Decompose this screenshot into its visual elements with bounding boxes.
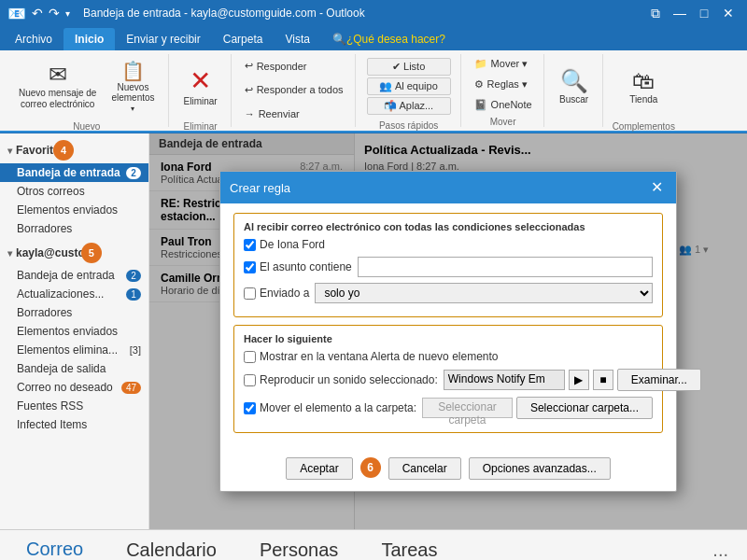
spam-badge: 47 (121, 382, 141, 394)
pasos-item2[interactable]: 👥 Al equipo (367, 77, 451, 95)
accept-button[interactable]: Aceptar (286, 457, 352, 480)
sidebar-header-kayla[interactable]: ▾ kayla@custo... 5 (0, 240, 148, 266)
tab-carpeta[interactable]: Carpeta (212, 28, 275, 50)
sidebar-header-favoritos[interactable]: ▾ Favoritos 4 (0, 137, 148, 163)
sound-name: Windows Notify Em (444, 370, 565, 390)
new-items-icon: 📋 (121, 62, 145, 80)
action-1-label: Mostrar en la ventana Alerta de nuevo el… (244, 350, 499, 363)
rss-label: Fuentes RSS (17, 399, 83, 413)
tab-archivo[interactable]: Archivo (4, 28, 63, 50)
sidebar-item-otros[interactable]: Otros correos (0, 182, 148, 201)
pasos-label: Pasos rápidos (379, 119, 438, 131)
restore-button[interactable]: ⧉ (644, 4, 667, 22)
action-2-label: Reproducir un sonido seleccionado: (244, 373, 438, 386)
nav-correo[interactable]: Correo (19, 535, 91, 560)
condition-3-checkbox[interactable] (244, 287, 256, 300)
nav-calendario[interactable]: Calendario (119, 536, 224, 560)
condition-row-3: Enviado a solo yo (244, 283, 653, 303)
sidebar-section-kayla: ▾ kayla@custo... 5 Bandeja de entrada 2 … (0, 240, 148, 434)
pasos-content: ✔ Listo 👥 Al equipo 📬 Aplaz... (365, 54, 453, 119)
nav-tareas[interactable]: Tareas (374, 536, 444, 560)
bandeja2-label: Bandeja de entrada (17, 269, 115, 282)
sidebar-item-rss[interactable]: Fuentes RSS (0, 397, 148, 415)
stop-button[interactable]: ■ (593, 370, 613, 390)
new-email-icon: ✉ (49, 63, 67, 86)
search-button[interactable]: 🔍 Buscar (554, 56, 595, 118)
sidebar-item-borradores2[interactable]: Borradores (0, 303, 148, 322)
ribbon-group-buscar: 🔍 Buscar (546, 54, 603, 127)
action-2-checkbox[interactable] (244, 374, 256, 386)
main-area: ▾ Favoritos 4 Bandeja de entrada 2 Otros… (0, 133, 747, 529)
maximize-button[interactable]: □ (693, 4, 715, 22)
sidebar-item-borradores[interactable]: Borradores (0, 219, 148, 238)
condition-3-label: Enviado a (244, 287, 309, 300)
step-indicator-4: 4 (53, 140, 74, 161)
enviado-select[interactable]: solo yo (315, 283, 653, 303)
sidebar-item-eliminados[interactable]: Elementos elimina... [3] (0, 341, 148, 359)
buscar-content: 🔍 Buscar (554, 54, 595, 127)
sidebar-item-actualizaciones[interactable]: Actualizaciones... 1 (0, 285, 148, 303)
ribbon: Archivo Inicio Enviar y recibir Carpeta … (0, 26, 747, 133)
ribbon-group-pasos: ✔ Listo 👥 Al equipo 📬 Aplaz... Pasos ráp… (358, 54, 461, 127)
conditions-section: Al recibir correo electrónico con todas … (233, 213, 663, 317)
pasos-item1[interactable]: ✔ Listo (367, 58, 451, 76)
tab-search[interactable]: 🔍 ¿Qué desea hacer? (321, 28, 457, 50)
pasos-item3[interactable]: 📬 Aplaz... (367, 97, 451, 115)
forward-button[interactable]: → Reenviar (241, 106, 303, 121)
sidebar-item-salida[interactable]: Bandeja de salida (0, 359, 148, 378)
action-3-checkbox[interactable] (244, 402, 256, 414)
folder-name-button[interactable]: Seleccionar carpeta (422, 398, 513, 418)
mover-label: Mover (490, 115, 516, 127)
dialog-close-button[interactable]: ✕ (646, 177, 667, 198)
asunto-input[interactable]: Política Actualizada (358, 257, 653, 277)
create-rule-dialog: Crear regla ✕ Al recibir correo electrón… (219, 171, 677, 492)
nav-personas[interactable]: Personas (252, 536, 346, 560)
tab-enviar[interactable]: Enviar y recibir (115, 28, 211, 50)
enviados2-label: Elementos enviados (17, 325, 118, 338)
delete-label: Eliminar (184, 96, 218, 106)
sidebar-item-bandeja2[interactable]: Bandeja de entrada 2 (0, 266, 148, 285)
condition-2-checkbox[interactable] (244, 261, 256, 273)
tab-vista[interactable]: Vista (274, 28, 320, 50)
reply-label: Responder (257, 61, 307, 72)
store-button[interactable]: 🛍 Tienda (623, 56, 664, 118)
onenote-icon: 📓 (474, 99, 487, 111)
sidebar-item-infected[interactable]: Infected Items (0, 415, 148, 434)
onenote-button[interactable]: 📓 OneNote (471, 97, 536, 113)
move-button[interactable]: 📁 Mover ▾ (471, 56, 532, 72)
sidebar-item-spam[interactable]: Correo no deseado 47 (0, 378, 148, 397)
sidebar-item-enviados[interactable]: Elementos enviados (0, 201, 148, 219)
condition-1-checkbox[interactable] (244, 239, 256, 251)
sidebar-item-enviados2[interactable]: Elementos enviados (0, 322, 148, 341)
eliminar-buttons: ✕ Eliminar (178, 54, 223, 119)
sidebar-section-favoritos: ▾ Favoritos 4 Bandeja de entrada 2 Otros… (0, 137, 148, 238)
quick-access-dropdown[interactable]: ▾ (65, 8, 70, 19)
close-button[interactable]: ✕ (717, 4, 740, 22)
cancel-button[interactable]: Cancelar (388, 457, 461, 480)
action-1-checkbox[interactable] (244, 351, 256, 363)
search-label: Buscar (559, 94, 588, 105)
tab-inicio[interactable]: Inicio (63, 28, 115, 50)
new-items-button[interactable]: 📋 Nuevoselementos ▾ (106, 56, 160, 118)
select-folder-button[interactable]: Seleccionar carpeta... (516, 397, 653, 419)
quick-access-redo[interactable]: ↷ (49, 6, 60, 21)
new-email-button[interactable]: ✉ Nuevo mensaje decorreo electrónico (13, 56, 102, 118)
play-button[interactable]: ▶ (569, 370, 589, 390)
step-indicator-5: 5 (81, 243, 102, 263)
condition-row-2: El asunto contiene Política Actualizada (244, 257, 653, 277)
nav-more[interactable]: ... (712, 539, 728, 560)
browse-sound-button[interactable]: Examinar... (617, 369, 701, 391)
advanced-button[interactable]: Opciones avanzadas... (469, 457, 611, 480)
minimize-button[interactable]: — (669, 4, 691, 22)
eliminados-badge: [3] (130, 344, 141, 356)
infected-label: Infected Items (17, 418, 87, 431)
reply-all-button[interactable]: ↩ Responder a todos (241, 82, 347, 98)
quick-access-undo[interactable]: ↶ (32, 6, 43, 21)
sidebar-item-bandeja[interactable]: Bandeja de entrada 2 (0, 163, 148, 182)
reply-button[interactable]: ↩ Responder (241, 58, 311, 74)
rules-button[interactable]: ⚙ Reglas ▾ (471, 77, 531, 92)
new-items-label: Nuevoselementos (111, 82, 154, 103)
enviados-label: Elementos enviados (17, 203, 118, 217)
delete-button[interactable]: ✕ Eliminar (178, 56, 223, 118)
action-row-1: Mostrar en la ventana Alerta de nuevo el… (244, 350, 653, 363)
